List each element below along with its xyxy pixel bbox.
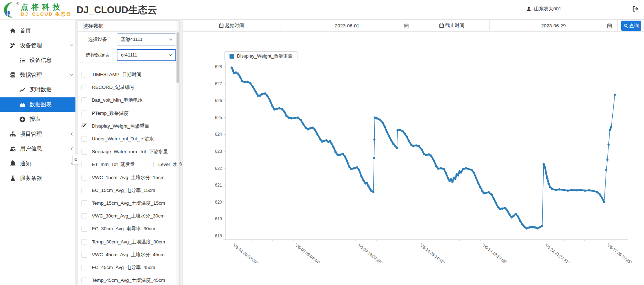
field-label: VWC_30cm_Avg_土壤水分_30cm (92, 213, 165, 219)
field-label: Under_Water_ml_Tot_下渗水 (92, 136, 154, 142)
svg-text:621: 621 (215, 183, 222, 188)
checkbox-unchecked[interactable] (81, 162, 87, 167)
sidebar-item-area[interactable]: 数据图表 (0, 97, 75, 112)
table-select[interactable]: cr41111 (117, 49, 176, 61)
table-select-value: cr41111 (121, 52, 137, 58)
sidebar-item-users[interactable]: 用户信息 (0, 141, 75, 156)
field-row: Temp_15cm_Avg_土壤温度_15cm (78, 197, 179, 210)
svg-text:628: 628 (215, 64, 222, 69)
field-checkbox-item[interactable]: Temp_30cm_Avg_土壤温度_30cm (78, 239, 165, 245)
sitemap-icon (10, 131, 16, 137)
field-checkbox-item[interactable]: RECORD_记录编号 (78, 84, 134, 91)
field-row: TIMESTAMP_日期时间 (78, 68, 179, 81)
search-icon (624, 23, 628, 28)
checkbox-unchecked[interactable] (81, 213, 87, 219)
checkbox-unchecked[interactable] (81, 265, 87, 270)
checkbox-unchecked[interactable] (81, 278, 87, 283)
field-checkbox-item[interactable]: Temp_15cm_Avg_土壤温度_15cm (78, 200, 165, 206)
x-axis-label: "06-05 09:04:44" (294, 243, 321, 265)
query-button[interactable]: 查询 (621, 21, 641, 31)
sidebar-item-terms[interactable]: 服务条款 (0, 171, 75, 186)
sidebar-item-tools[interactable]: 设备管理 (0, 38, 75, 53)
sidebar-item-sitemap[interactable]: 项目管理 (0, 127, 75, 142)
user-menu[interactable]: 山东农大001 (526, 6, 561, 12)
field-checkbox-item[interactable]: VWC_30cm_Avg_土壤水分_30cm (78, 213, 165, 219)
field-row: Batt_volt_Min_电池电压 (78, 94, 179, 107)
brand-name-en: DJ_CLOUD 生态云 (21, 11, 72, 17)
sidebar-item-label: 通知 (20, 160, 31, 167)
checkbox-unchecked[interactable] (81, 188, 87, 193)
field-row: Temp_30cm_Avg_土壤温度_30cm (78, 236, 179, 248)
field-checkbox-item[interactable]: EC_45cm_Avg_电导率_45cm (78, 264, 155, 271)
bell-icon (10, 160, 16, 167)
table-select-label: 选择数据表 (78, 52, 117, 58)
field-checkbox-item[interactable]: EC_30cm_Avg_电导率_30cm (78, 226, 155, 232)
field-row: PTemp_数采温度 (78, 107, 179, 120)
field-label: Seepage_Water_mm_Tot_下渗水量 (92, 149, 168, 155)
field-label: VWC_15cm_Avg_土壤水分_15cm (92, 174, 165, 181)
logout-icon[interactable] (632, 5, 639, 12)
end-time-value: 2023-06-29 (541, 23, 566, 28)
field-checkbox-item[interactable]: Dissplay_Weight_蒸渗重量 (78, 123, 149, 129)
checkbox-unchecked[interactable] (81, 252, 87, 258)
x-axis-label: "06-18 12:18:56" (481, 243, 508, 265)
field-label: EC_15cm_Avg_电导率_15cm (92, 187, 155, 194)
checkbox-unchecked[interactable] (81, 72, 87, 77)
checkbox-unchecked[interactable] (81, 226, 87, 232)
sidebar-item-report[interactable]: 报表 (0, 112, 75, 127)
field-checkbox-item[interactable]: VWC_15cm_Avg_土壤水分_15cm (78, 174, 165, 181)
checkbox-unchecked[interactable] (81, 239, 87, 245)
sidebar: 首页设备管理设备信息数据管理实时数据数据图表报表项目管理用户信息通知服务条款 (0, 20, 75, 285)
sidebar-collapse-handle[interactable] (72, 155, 79, 165)
list-icon (19, 57, 26, 64)
sidebar-item-label: 用户信息 (20, 145, 42, 152)
device-select-label: 选择设备 (78, 36, 117, 43)
sidebar-item-label: 实时数据 (30, 86, 52, 93)
svg-text:619: 619 (215, 216, 222, 221)
data-select-panel: 选择数据 选择设备 蒸渗41111 选择数据表 cr41111 TIMESTAM… (78, 20, 180, 285)
field-checkbox-item[interactable]: Temp_45cm_Avg_土壤温度_45cm (78, 277, 165, 284)
terms-icon (10, 175, 16, 182)
legend-label: Dissplay_Weight_蒸渗重量 (237, 53, 292, 59)
calendar-icon (439, 23, 444, 28)
calendar-icon[interactable] (403, 23, 409, 28)
field-label: EC_30cm_Avg_电导率_30cm (92, 226, 155, 232)
field-checkbox-item[interactable]: VWC_45cm_Avg_土壤水分_45cm (78, 252, 165, 258)
sidebar-item-bell[interactable]: 通知 (0, 156, 75, 171)
field-checkbox-item[interactable]: Seepage_Water_mm_Tot_下渗水量 (78, 149, 168, 155)
checkbox-unchecked[interactable] (81, 149, 87, 155)
field-checkbox-item[interactable]: EC_15cm_Avg_电导率_15cm (78, 187, 155, 194)
page-title: DJ_CLOUD生态云 (76, 4, 157, 16)
sidebar-item-list[interactable]: 设备信息 (0, 53, 75, 68)
sidebar-item-home[interactable]: 首页 (0, 23, 75, 38)
field-checkbox-item[interactable]: Batt_volt_Min_电池电压 (78, 97, 143, 103)
svg-text:623: 623 (215, 149, 222, 154)
x-axis-label: "06-27 06:28:25" (606, 243, 633, 265)
calendar-icon (219, 23, 224, 28)
field-checkbox-item[interactable]: PTemp_数采温度 (78, 110, 129, 117)
checkbox-checked[interactable] (81, 123, 87, 129)
start-time-input[interactable]: 2023-06-01 (280, 20, 414, 31)
panel-scrollbar-thumb[interactable] (176, 32, 179, 83)
query-toolbar: 起始时间 2023-06-01 截止时间 2023-06-29 查询 (183, 20, 644, 32)
field-checkbox-item[interactable]: Under_Water_ml_Tot_下渗水 (78, 136, 154, 142)
calendar-icon[interactable] (607, 23, 612, 28)
checkbox-unchecked[interactable] (81, 200, 87, 206)
device-select[interactable]: 蒸渗41111 (117, 33, 176, 45)
x-axis-label: "06-01 00:00:00" (232, 243, 259, 265)
checkbox-unchecked[interactable] (81, 175, 87, 181)
checkbox-unchecked[interactable] (81, 97, 87, 103)
end-time-input[interactable]: 2023-06-29 (490, 20, 618, 31)
sidebar-item-db[interactable]: 数据管理 (0, 68, 75, 83)
checkbox-unchecked[interactable] (148, 162, 154, 167)
field-label: VWC_45cm_Avg_土壤水分_45cm (92, 252, 165, 258)
x-axis-label: "06-09 18:09:28" (357, 243, 383, 265)
sidebar-item-trend[interactable]: 实时数据 (0, 82, 75, 97)
field-checkbox-item[interactable]: TIMESTAMP_日期时间 (78, 71, 141, 78)
field-row: ET_mm_Tot_蒸发量Lever_水位 (78, 158, 179, 171)
field-checkbox-item[interactable]: ET_mm_Tot_蒸发量 (78, 161, 135, 168)
checkbox-unchecked[interactable] (81, 85, 87, 90)
checkbox-unchecked[interactable] (81, 111, 87, 116)
chart-legend[interactable]: Dissplay_Weight_蒸渗重量 (225, 51, 297, 61)
checkbox-unchecked[interactable] (81, 136, 87, 142)
